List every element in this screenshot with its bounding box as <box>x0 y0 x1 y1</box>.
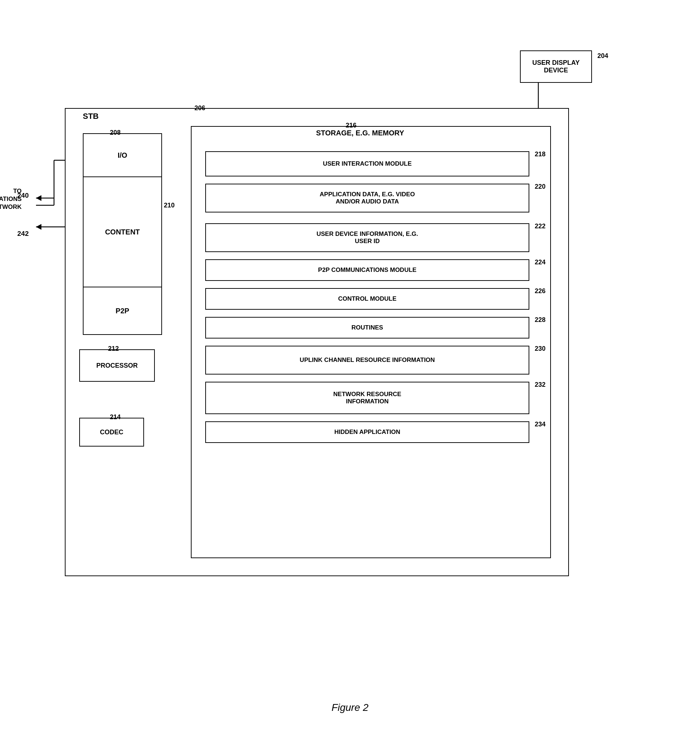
module-218-label: USER INTERACTION MODULE <box>323 160 412 168</box>
svg-marker-9 <box>36 224 41 230</box>
module-232-label: NETWORK RESOURCE INFORMATION <box>334 391 401 405</box>
figure-label: Figure 2 <box>332 702 369 713</box>
ref-210: 210 <box>164 202 175 209</box>
p2p-section: P2P <box>84 287 161 334</box>
module-220: APPLICATION DATA, E.G. VIDEO AND/OR AUDI… <box>205 184 529 212</box>
content-section: CONTENT <box>84 177 161 287</box>
module-234-label: HIDDEN APPLICATION <box>334 429 400 436</box>
stb-label: STB <box>83 112 99 121</box>
processor-box: PROCESSOR <box>79 349 155 382</box>
user-display-device-box: USER DISPLAY DEVICE <box>520 50 592 83</box>
ref-218: 218 <box>535 150 546 158</box>
ref-230: 230 <box>535 345 546 353</box>
codec-label: CODEC <box>100 429 123 436</box>
module-224: P2P COMMUNICATIONS MODULE <box>205 259 529 281</box>
module-222-label: USER DEVICE INFORMATION, E.G. USER ID <box>316 231 418 245</box>
ref-242: 242 <box>17 230 29 238</box>
svg-marker-7 <box>36 195 41 201</box>
module-228: ROUTINES <box>205 317 529 338</box>
ref-206: 206 <box>194 104 205 112</box>
module-230-label: UPLINK CHANNEL RESOURCE INFORMATION <box>300 357 435 364</box>
ref-228: 228 <box>535 316 546 324</box>
processor-label: PROCESSOR <box>96 362 138 369</box>
ref-216: 216 <box>346 122 356 129</box>
module-220-label: APPLICATION DATA, E.G. VIDEO AND/OR AUDI… <box>320 191 415 205</box>
ref-214: 214 <box>110 413 121 421</box>
io-content-p2p-box: I/O CONTENT P2P <box>83 133 162 335</box>
module-222: USER DEVICE INFORMATION, E.G. USER ID <box>205 223 529 252</box>
content-label: CONTENT <box>105 228 140 236</box>
module-232: NETWORK RESOURCE INFORMATION <box>205 382 529 414</box>
module-218: USER INTERACTION MODULE <box>205 151 529 176</box>
io-label: I/O <box>118 151 128 160</box>
storage-label: STORAGE, E.G. MEMORY <box>234 129 486 137</box>
module-226-label: CONTROL MODULE <box>338 295 396 303</box>
ref-226: 226 <box>535 287 546 295</box>
ref-234: 234 <box>535 420 546 428</box>
ref-208: 208 <box>110 129 121 137</box>
figure-caption: Figure 2 <box>332 702 369 713</box>
ref-204: 204 <box>597 52 608 60</box>
module-226: CONTROL MODULE <box>205 288 529 310</box>
ref-220: 220 <box>535 183 546 191</box>
ref-224: 224 <box>535 259 546 266</box>
diagram-container: USER DISPLAY DEVICE 204 STB 206 I/O CONT… <box>36 29 664 677</box>
ref-212: 212 <box>108 345 119 353</box>
user-display-device-label: USER DISPLAY DEVICE <box>532 59 579 74</box>
module-230: UPLINK CHANNEL RESOURCE INFORMATION <box>205 346 529 375</box>
module-234: HIDDEN APPLICATION <box>205 421 529 443</box>
ref-232: 232 <box>535 381 546 388</box>
p2p-label: P2P <box>116 307 129 315</box>
ref-222: 222 <box>535 223 546 230</box>
module-228-label: ROUTINES <box>351 324 383 331</box>
io-section: I/O <box>84 134 161 177</box>
codec-box: CODEC <box>79 418 144 447</box>
module-224-label: P2P COMMUNICATIONS MODULE <box>318 266 416 274</box>
ref-240: 240 <box>17 191 29 200</box>
